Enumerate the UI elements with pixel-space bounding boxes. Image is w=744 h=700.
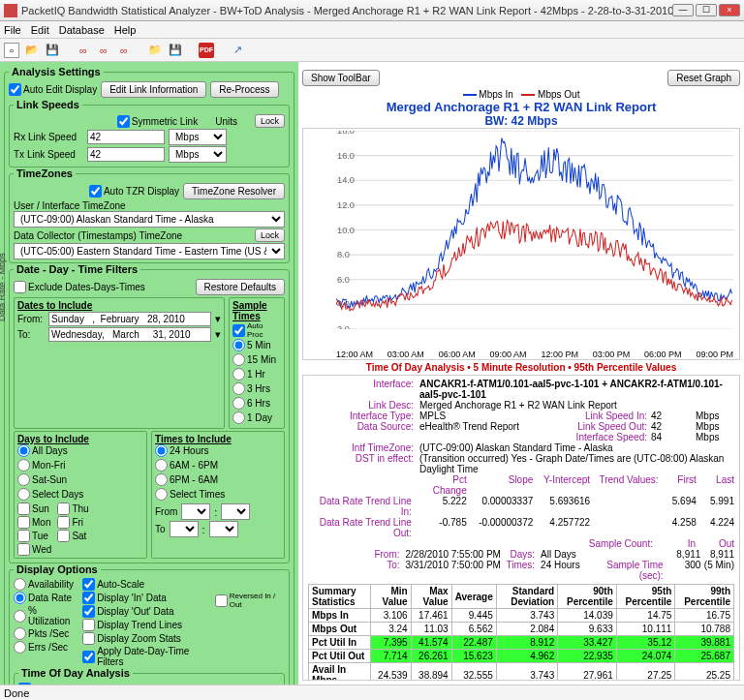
export-icon[interactable]: ↗ — [230, 43, 245, 58]
link1-icon[interactable]: ∞ — [76, 43, 91, 58]
time-to-m[interactable] — [209, 521, 238, 537]
sample-3hr-radio[interactable] — [232, 382, 245, 395]
time-from-m[interactable] — [221, 503, 250, 520]
save2-icon[interactable]: 💾 — [168, 43, 183, 58]
time-from-h[interactable] — [181, 503, 210, 520]
reprocess-button[interactable]: Re-Process — [210, 81, 278, 98]
show-toolbar-button[interactable]: Show ToolBar — [302, 70, 380, 86]
tz-lock-button[interactable]: Lock — [255, 228, 285, 242]
units-label: Units — [215, 116, 237, 127]
wed-checkbox[interactable] — [17, 543, 30, 556]
auto-tzr-checkbox[interactable] — [89, 185, 102, 198]
svg-text:18.0: 18.0 — [337, 131, 355, 136]
applyfilt-checkbox[interactable] — [82, 651, 95, 663]
monfri-label: Mon-Fri — [32, 460, 65, 471]
chart-area[interactable]: Data Rate - Mbps 2.04.06.08.010.012.014.… — [302, 128, 740, 360]
menu-edit[interactable]: Edit — [31, 24, 49, 36]
rx-unit-select[interactable]: Mbps — [169, 129, 227, 145]
legend-out-marker — [521, 94, 535, 96]
sample-1hr-radio[interactable] — [232, 368, 245, 380]
auto-edit-checkbox[interactable] — [9, 83, 21, 96]
sat-checkbox[interactable] — [57, 530, 70, 542]
display-out-checkbox[interactable] — [82, 605, 95, 618]
mon-checkbox[interactable] — [17, 516, 30, 529]
sample-6hr-radio[interactable] — [232, 397, 245, 410]
sample-1day-radio[interactable] — [232, 411, 245, 424]
menu-database[interactable]: Database — [59, 24, 105, 36]
reversed-checkbox[interactable] — [215, 594, 228, 607]
monfri-radio[interactable] — [17, 459, 30, 472]
tue-checkbox[interactable] — [17, 530, 30, 542]
sample-3hr-label: 3 Hrs — [247, 383, 270, 394]
sun-checkbox[interactable] — [17, 502, 30, 515]
reset-graph-button[interactable]: Reset Graph — [667, 70, 740, 86]
sample-1hr-label: 1 Hr — [247, 369, 265, 380]
to-date-input[interactable] — [48, 327, 211, 342]
tx-speed-input[interactable] — [87, 147, 165, 162]
filters-group: Date - Day - Time Filters Exclude Dates-… — [9, 263, 290, 563]
autoproc-checkbox[interactable] — [232, 324, 245, 337]
x-tick: 06:00 PM — [644, 350, 682, 359]
minimize-button[interactable]: — — [672, 4, 694, 16]
zoom-checkbox[interactable] — [82, 632, 95, 645]
trend-checkbox[interactable] — [82, 619, 95, 631]
link2-icon[interactable]: ∞ — [96, 43, 111, 58]
from-label: From: — [17, 314, 45, 324]
new-icon[interactable]: ▫ — [4, 43, 19, 58]
tod-title: Time Of Day Analysis — [18, 667, 133, 679]
rx-speed-input[interactable] — [87, 130, 165, 144]
save-icon[interactable]: 💾 — [45, 43, 60, 58]
satsun-radio[interactable] — [17, 473, 30, 486]
alldays-radio[interactable] — [17, 444, 30, 457]
pkts-radio[interactable] — [14, 627, 26, 640]
table-row: Pct Util Out7.71426.26115.6234.96222.935… — [309, 650, 734, 663]
autoscale-checkbox[interactable] — [82, 578, 95, 591]
24h-radio[interactable] — [155, 444, 168, 457]
exclude-checkbox[interactable] — [14, 281, 26, 293]
display-in-checkbox[interactable] — [82, 592, 95, 604]
6pm6am-label: 6PM - 6AM — [170, 474, 218, 485]
6pm6am-radio[interactable] — [155, 473, 168, 486]
restore-defaults-button[interactable]: Restore Defaults — [196, 279, 285, 295]
thu-checkbox[interactable] — [57, 502, 70, 515]
chart-title: Merged Anchorage R1 + R2 WAN Link Report — [302, 100, 740, 114]
svg-text:8.0: 8.0 — [337, 250, 350, 259]
fri-checkbox[interactable] — [57, 516, 70, 529]
from-cal-icon[interactable]: ▾ — [215, 313, 221, 325]
symmetric-checkbox[interactable] — [117, 115, 130, 128]
avail-radio[interactable] — [14, 578, 26, 591]
collector-tz-label: Data Collector (Timestamps) TimeZone — [14, 230, 182, 241]
pdf-icon[interactable]: PDF — [199, 43, 214, 58]
sample-header: Sample Times — [232, 300, 281, 321]
symmetric-label: Symmetric Link — [132, 116, 198, 127]
menu-help[interactable]: Help — [114, 24, 137, 36]
sample-15min-radio[interactable] — [232, 353, 245, 366]
close-button[interactable]: × — [719, 4, 740, 16]
24h-label: 24 Hours — [170, 445, 209, 456]
sample-5min-radio[interactable] — [232, 339, 245, 351]
display-options-title: Display Options — [14, 563, 101, 575]
sample-1day-label: 1 Day — [247, 412, 272, 423]
maximize-button[interactable]: ☐ — [696, 4, 717, 16]
tx-unit-select[interactable]: Mbps — [169, 146, 227, 163]
to-cal-icon[interactable]: ▾ — [215, 328, 221, 341]
errs-radio[interactable] — [14, 641, 26, 654]
link3-icon[interactable]: ∞ — [116, 43, 132, 58]
user-tz-select[interactable]: (UTC-09:00) Alaskan Standard Time - Alas… — [14, 211, 285, 228]
from-date-input[interactable] — [48, 312, 211, 326]
datarate-radio[interactable] — [14, 592, 26, 604]
tz-resolver-button[interactable]: TimeZone Resolver — [183, 183, 285, 199]
edit-link-button[interactable]: Edit Link Information — [101, 81, 206, 98]
time-to-h[interactable] — [170, 521, 199, 537]
table-row: Mbps In3.10617.4619.4453.74314.03914.751… — [309, 609, 734, 623]
speed-lock-button[interactable]: Lock — [255, 114, 285, 128]
time-from-label: From — [155, 506, 177, 517]
folder2-icon[interactable]: 📁 — [147, 43, 163, 58]
collector-tz-select[interactable]: (UTC-05:00) Eastern Standard Time - East… — [14, 243, 285, 259]
open-icon[interactable]: 📂 — [24, 43, 40, 58]
6am6pm-radio[interactable] — [155, 459, 168, 472]
util-radio[interactable] — [14, 610, 26, 623]
menu-file[interactable]: File — [4, 24, 21, 36]
seldays-radio[interactable] — [17, 488, 30, 501]
seltimes-radio[interactable] — [155, 488, 168, 501]
